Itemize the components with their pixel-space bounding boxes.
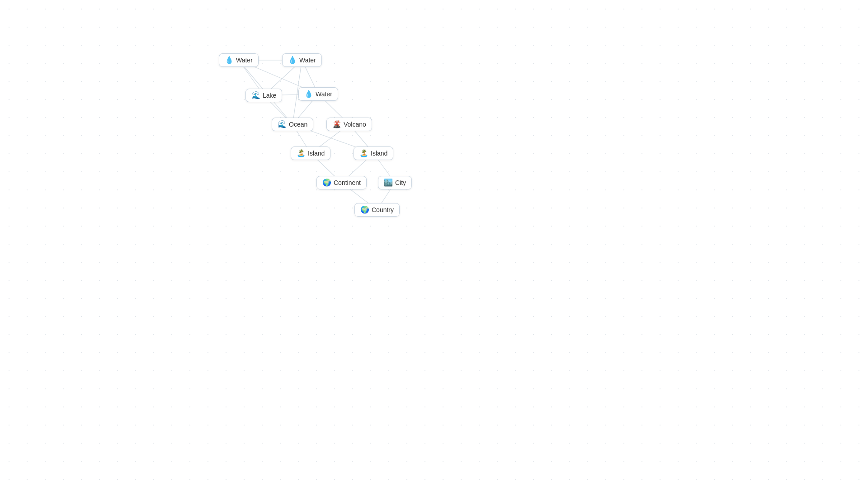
node-label-city: City — [395, 179, 406, 186]
node-icon-lake: 🌊 — [251, 92, 260, 99]
node-icon-island2: 🏝️ — [359, 150, 368, 157]
node-icon-continent: 🌍 — [322, 179, 331, 186]
node-island2[interactable]: 🏝️Island — [354, 147, 393, 160]
node-volcano[interactable]: 🌋Volcano — [326, 118, 372, 131]
node-label-country: Country — [372, 206, 394, 213]
node-icon-volcano: 🌋 — [332, 121, 341, 128]
node-label-island1: Island — [308, 150, 325, 157]
node-label-water1: Water — [236, 57, 253, 64]
node-water3[interactable]: 💧Water — [298, 87, 338, 101]
node-icon-country: 🌍 — [360, 206, 369, 213]
node-label-water2: Water — [299, 57, 316, 64]
edges-layer — [0, 0, 868, 487]
node-label-island2: Island — [371, 150, 387, 157]
node-label-ocean: Ocean — [289, 121, 307, 128]
node-icon-ocean: 🌊 — [278, 121, 287, 128]
node-icon-city: 🏙️ — [384, 179, 393, 186]
node-continent[interactable]: 🌍Continent — [316, 176, 367, 189]
node-water2[interactable]: 💧Water — [282, 53, 322, 67]
node-icon-island1: 🏝️ — [297, 150, 306, 157]
graph-container: 💧Water💧Water🌊Lake💧Water🌊Ocean🌋Volcano🏝️I… — [0, 0, 868, 487]
node-label-water3: Water — [316, 90, 332, 98]
node-icon-water2: 💧 — [288, 57, 297, 64]
node-lake[interactable]: 🌊Lake — [245, 89, 282, 102]
node-label-lake: Lake — [263, 92, 276, 99]
node-city[interactable]: 🏙️City — [378, 176, 412, 189]
node-icon-water3: 💧 — [304, 90, 313, 98]
node-label-volcano: Volcano — [344, 121, 366, 128]
node-label-continent: Continent — [334, 179, 361, 186]
node-icon-water1: 💧 — [225, 57, 234, 64]
node-country[interactable]: 🌍Country — [354, 203, 400, 217]
node-island1[interactable]: 🏝️Island — [291, 147, 330, 160]
node-water1[interactable]: 💧Water — [219, 53, 259, 67]
node-ocean[interactable]: 🌊Ocean — [272, 118, 313, 131]
